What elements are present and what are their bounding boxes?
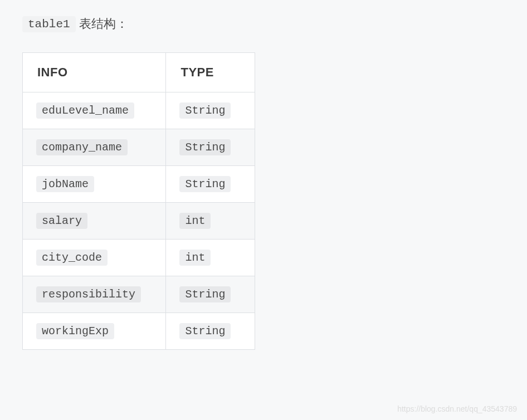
info-chip: city_code [36,250,108,266]
type-chip: String [179,286,231,302]
type-chip: String [179,176,231,192]
cell-info: workingExp [23,313,166,350]
header-info: INFO [23,53,166,92]
info-chip: salary [36,213,87,229]
type-chip: int [179,250,211,266]
cell-type: String [166,276,255,313]
cell-info: company_name [23,129,166,166]
type-chip: String [179,139,231,155]
cell-info: salary [23,203,166,240]
cell-info: jobName [23,166,166,203]
type-chip: String [179,102,231,119]
info-chip: responsibility [36,286,141,302]
info-chip: eduLevel_name [36,102,134,119]
table-row: city_code int [23,240,255,276]
info-chip: workingExp [36,323,114,339]
table-header-row: INFO TYPE [23,53,255,92]
title-text: 表结构： [79,16,128,32]
cell-type: String [166,129,255,166]
type-chip: String [179,323,231,339]
title-code-chip: table1 [22,16,76,32]
cell-info: eduLevel_name [23,92,166,129]
cell-type: int [166,203,255,240]
info-chip: jobName [36,176,94,192]
table-row: company_name String [23,129,255,166]
header-type: TYPE [166,53,255,92]
type-chip: int [179,213,211,229]
cell-info: responsibility [23,276,166,313]
cell-info: city_code [23,240,166,276]
table-row: eduLevel_name String [23,92,255,129]
cell-type: int [166,240,255,276]
table-row: jobName String [23,166,255,203]
page-title: table1 表结构： [22,16,505,32]
cell-type: String [166,92,255,129]
watermark-text: https://blog.csdn.net/qq_43543789 [397,404,517,413]
table-row: responsibility String [23,276,255,313]
schema-table: INFO TYPE eduLevel_name String company_n… [22,52,255,350]
cell-type: String [166,166,255,203]
cell-type: String [166,313,255,350]
info-chip: company_name [36,139,128,155]
table-row: salary int [23,203,255,240]
table-row: workingExp String [23,313,255,350]
